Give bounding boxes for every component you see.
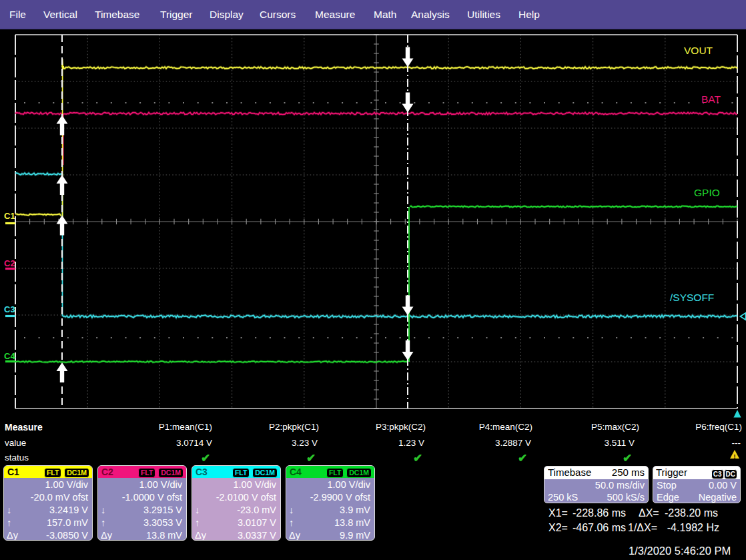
svg-text:C1: C1 [4,211,15,221]
svg-text:BAT: BAT [701,93,721,105]
svg-text:C3: C3 [4,304,15,314]
svg-text:/SYSOFF: /SYSOFF [670,292,714,303]
svg-text:C4: C4 [4,351,15,361]
svg-text:GPIO: GPIO [694,187,720,198]
svg-text:C2: C2 [4,258,15,268]
svg-text:VOUT: VOUT [684,45,713,56]
